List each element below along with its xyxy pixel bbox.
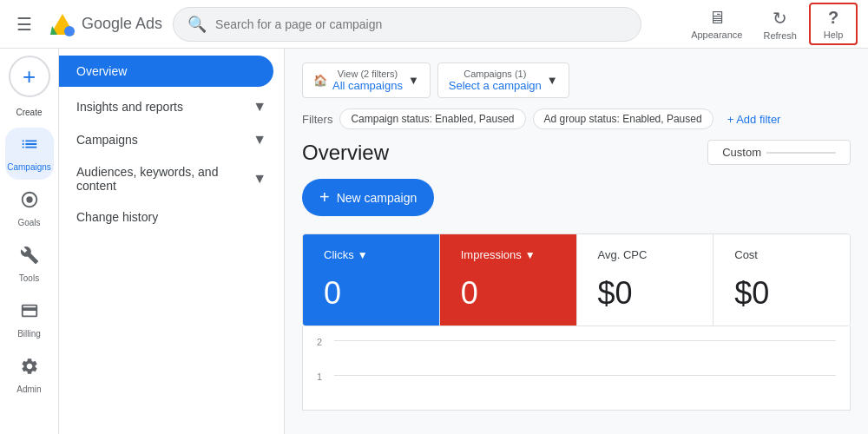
filters-label: Filters: [302, 113, 332, 126]
top-header: ☰ Google Ads 🔍 🖥 Appearance ↻ Refresh ? …: [0, 0, 868, 49]
search-input[interactable]: [215, 17, 627, 31]
refresh-icon: ↻: [773, 8, 787, 29]
clicks-chevron: ▼: [358, 249, 368, 261]
google-ads-logo: [49, 10, 76, 38]
avg-cpc-label: Avg. CPC: [598, 248, 648, 261]
appearance-icon: 🖥: [708, 8, 726, 28]
filters-row: Filters Campaign status: Enabled, Paused…: [302, 108, 851, 129]
dropdowns-row: 🏠 View (2 filters) All campaigns ▼ Campa…: [302, 62, 851, 98]
appearance-label: Appearance: [691, 30, 742, 40]
admin-label: Admin: [16, 385, 41, 395]
impressions-value: 0: [461, 275, 556, 312]
clicks-header[interactable]: Clicks ▼: [324, 248, 418, 261]
svg-point-1: [64, 26, 75, 36]
new-campaign-label: New campaign: [337, 191, 418, 205]
menu-icon[interactable]: ☰: [10, 10, 38, 38]
admin-icon: [20, 357, 39, 381]
metric-card-cost: Cost $0: [713, 234, 850, 326]
main-layout: + Create Campaigns Goals Tools Billi: [0, 49, 868, 434]
new-campaign-icon: +: [319, 187, 330, 207]
impressions-chevron: ▼: [525, 249, 536, 261]
nav-overview[interactable]: Overview: [59, 56, 273, 87]
audiences-label: Audiences, keywords, and content: [76, 165, 253, 193]
nav-section-insights[interactable]: Insights and reports ▼: [59, 90, 284, 123]
content-area: 🏠 View (2 filters) All campaigns ▼ Campa…: [285, 49, 868, 434]
view-main-value: All campaigns: [332, 79, 403, 92]
help-label: Help: [824, 30, 844, 40]
metric-card-clicks: Clicks ▼ 0: [303, 234, 440, 326]
metric-card-impressions: Impressions ▼ 0: [440, 234, 577, 326]
filter-chip-campaign[interactable]: Campaign status: Enabled, Paused: [339, 108, 525, 129]
create-icon: +: [23, 65, 36, 88]
custom-button[interactable]: Custom: [707, 140, 851, 165]
nav-section-audiences[interactable]: Audiences, keywords, and content ▼: [59, 156, 284, 201]
clicks-value: 0: [324, 275, 418, 312]
refresh-label: Refresh: [763, 30, 797, 41]
sidebar-item-tools[interactable]: Tools: [5, 239, 54, 291]
campaign-main-value: Select a campaign: [449, 79, 542, 92]
custom-label: Custom: [722, 146, 761, 159]
create-label: Create: [16, 108, 42, 117]
campaign-small-label: Campaigns (1): [449, 69, 542, 79]
chart-area: 2 1: [302, 326, 851, 411]
campaigns-icon: [20, 135, 39, 159]
sidebar-item-admin[interactable]: Admin: [5, 350, 54, 402]
create-button[interactable]: +: [9, 56, 50, 97]
search-bar[interactable]: 🔍: [173, 7, 641, 42]
refresh-button[interactable]: ↻ Refresh: [754, 4, 806, 44]
nav-item-history[interactable]: Change history: [59, 201, 284, 233]
view-small-label: View (2 filters): [332, 69, 403, 79]
clicks-label: Clicks: [324, 248, 354, 261]
svg-point-3: [26, 196, 32, 202]
campaigns-chevron: ▼: [253, 132, 266, 148]
sidebar: + Create Campaigns Goals Tools Billi: [0, 49, 59, 434]
help-icon: ?: [828, 8, 838, 28]
campaign-dropdown[interactable]: Campaigns (1) Select a campaign ▼: [437, 62, 569, 98]
page-title: Overview: [302, 141, 389, 165]
chart-y-label-1: 1: [317, 372, 322, 382]
new-campaign-button[interactable]: + New campaign: [302, 179, 434, 216]
goals-icon: [20, 190, 39, 214]
metric-card-avg-cpc: Avg. CPC $0: [577, 234, 714, 326]
campaign-chevron-icon: ▼: [547, 74, 558, 87]
audiences-chevron: ▼: [253, 171, 266, 187]
search-icon: 🔍: [187, 15, 207, 34]
sidebar-item-campaigns[interactable]: Campaigns: [5, 128, 54, 180]
insights-chevron: ▼: [253, 99, 266, 115]
chart-y-label-2: 2: [317, 337, 322, 347]
nav-section-campaigns[interactable]: Campaigns ▼: [59, 123, 284, 156]
logo-area: Google Ads: [49, 10, 162, 38]
tools-icon: [20, 246, 39, 270]
cost-label: Cost: [734, 248, 758, 261]
avg-cpc-header: Avg. CPC: [598, 248, 693, 261]
page-title-row: Overview Custom: [302, 140, 851, 165]
view-chevron-icon: ▼: [408, 74, 419, 87]
nav-panel: Overview Insights and reports ▼ Campaign…: [59, 49, 285, 434]
appearance-button[interactable]: 🖥 Appearance: [682, 4, 751, 43]
billing-label: Billing: [17, 329, 41, 339]
tools-label: Tools: [19, 273, 39, 284]
add-filter-button[interactable]: + Add filter: [720, 109, 788, 129]
cost-value: $0: [734, 275, 829, 312]
help-button[interactable]: ? Help: [809, 3, 858, 45]
billing-icon: [20, 301, 39, 326]
avg-cpc-value: $0: [598, 275, 693, 312]
impressions-header[interactable]: Impressions ▼: [461, 248, 556, 261]
logo-text: Google Ads: [82, 15, 162, 33]
sidebar-item-billing[interactable]: Billing: [5, 294, 54, 346]
header-actions: 🖥 Appearance ↻ Refresh ? Help: [682, 3, 858, 45]
goals-label: Goals: [17, 218, 40, 228]
insights-label: Insights and reports: [76, 100, 183, 114]
cost-header: Cost: [734, 248, 829, 261]
campaigns-label: Campaigns: [7, 162, 51, 173]
impressions-label: Impressions: [461, 248, 522, 261]
home-icon: 🏠: [313, 74, 327, 87]
sidebar-item-goals[interactable]: Goals: [5, 183, 54, 235]
campaigns-nav-label: Campaigns: [76, 133, 138, 147]
metrics-row: Clicks ▼ 0 Impressions ▼ 0 Avg. CPC $0: [302, 233, 851, 326]
filter-chip-adgroup[interactable]: Ad group status: Enabled, Paused: [533, 108, 713, 129]
view-dropdown[interactable]: 🏠 View (2 filters) All campaigns ▼: [302, 62, 431, 98]
